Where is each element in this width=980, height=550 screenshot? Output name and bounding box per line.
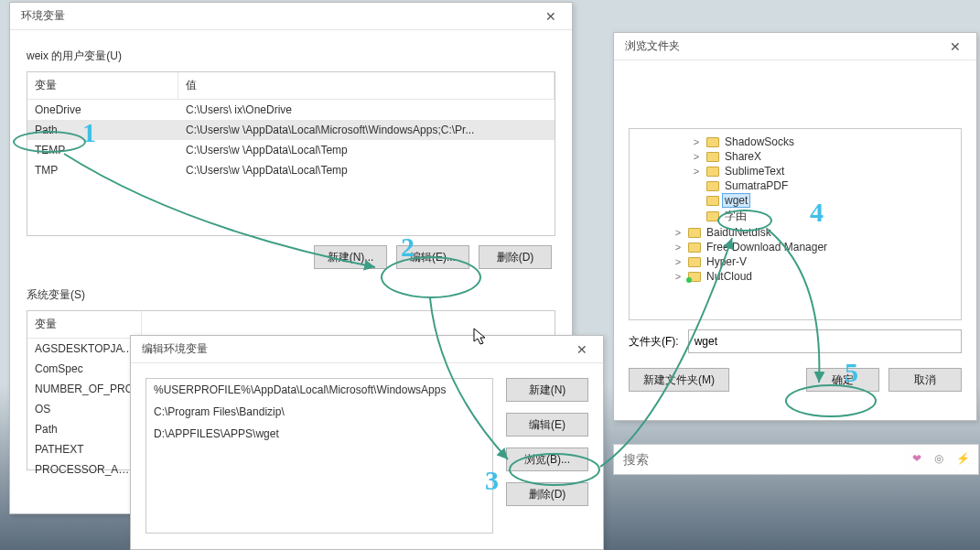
tree-label: Hyper-V <box>705 255 748 268</box>
table-row[interactable]: TMP C:\Users\w \AppData\Local\Temp <box>27 160 555 180</box>
tree-label: 字由 <box>723 209 748 224</box>
folder-tree[interactable]: >ShadowSocks >ShareX >SublimeText Sumatr… <box>629 128 962 320</box>
tree-label: Free Download Manager <box>705 241 829 253</box>
tree-item[interactable]: >Hyper-V <box>635 254 957 269</box>
delete-button[interactable]: 删除(D) <box>506 482 588 506</box>
new-button[interactable]: 新建(N)... <box>314 245 387 269</box>
target-icon[interactable]: ◎ <box>934 452 949 467</box>
tree-item[interactable]: >NutCloud <box>635 269 957 284</box>
tree-item[interactable]: 字由 <box>635 208 957 225</box>
titlebar: 环境变量 ✕ <box>10 3 572 30</box>
folder-icon <box>688 228 701 238</box>
expand-icon[interactable]: > <box>690 136 703 147</box>
table-row[interactable]: TEMP C:\Users\w \AppData\Local\Temp <box>27 140 555 160</box>
titlebar: 编辑环境变量 ✕ <box>131 336 603 363</box>
folder-icon <box>688 257 701 267</box>
list-item[interactable]: D:\APPFILES\APPS\wget <box>146 423 492 445</box>
pin-icon[interactable]: ❤ <box>912 452 927 467</box>
cell-var: Path <box>27 120 178 140</box>
tree-label: BaiduNetdisk <box>705 226 773 239</box>
close-icon[interactable]: ✕ <box>568 339 596 361</box>
dialog-title: 编辑环境变量 <box>142 341 208 357</box>
edit-env-var-dialog: 编辑环境变量 ✕ %USERPROFILE%\AppData\Local\Mic… <box>130 335 604 550</box>
dialog-title: 环境变量 <box>21 8 65 24</box>
cell-val: C:\Users\w \AppData\Local\Microsoft\Wind… <box>178 120 555 140</box>
folder-icon <box>706 196 719 206</box>
tree-item[interactable]: SumatraPDF <box>635 178 957 193</box>
list-item[interactable]: %USERPROFILE%\AppData\Local\Microsoft\Wi… <box>146 379 492 401</box>
cell-var: OneDrive <box>27 100 178 120</box>
edit-button[interactable]: 编辑(E)... <box>396 245 469 269</box>
expand-icon[interactable]: > <box>672 242 684 253</box>
tree-item[interactable]: >BaiduNetdisk <box>635 225 957 240</box>
cell-val: C:\Users\ ix\OneDrive <box>178 100 555 120</box>
cell-var: PATHEXT <box>27 439 142 459</box>
col-header-value[interactable]: 值 <box>178 72 555 99</box>
new-button[interactable]: 新建(N) <box>506 378 588 402</box>
browse-button[interactable]: 浏览(B)... <box>506 448 588 471</box>
cell-var: NUMBER_OF_PRO <box>27 379 142 399</box>
user-vars-table: 变量 值 OneDrive C:\Users\ ix\OneDrive Path… <box>27 71 555 236</box>
lightning-icon[interactable]: ⚡ <box>956 452 971 467</box>
expand-icon[interactable]: > <box>672 256 684 267</box>
cell-var: AGSDESKTOPJAVA <box>27 339 142 359</box>
folder-input[interactable] <box>688 329 962 353</box>
ok-button[interactable]: 确定 <box>806 368 879 392</box>
folder-icon <box>688 272 701 282</box>
tree-item[interactable]: wget <box>635 193 957 208</box>
col-header-variable[interactable]: 变量 <box>27 311 142 338</box>
tree-label: wget <box>723 194 749 207</box>
tree-label: SumatraPDF <box>723 179 790 192</box>
tree-label: ShadowSocks <box>723 135 796 148</box>
folder-label: 文件夹(F): <box>629 334 679 350</box>
table-header: 变量 值 <box>27 72 555 100</box>
cursor-icon <box>473 328 488 346</box>
folder-icon <box>706 211 719 221</box>
delete-button[interactable]: 删除(D) <box>479 245 552 269</box>
cell-var: OS <box>27 399 142 419</box>
folder-icon <box>706 152 719 162</box>
tree-item[interactable]: >Free Download Manager <box>635 240 957 254</box>
new-folder-button[interactable]: 新建文件夹(M) <box>629 368 729 392</box>
folder-field-row: 文件夹(F): <box>629 329 962 353</box>
expand-icon[interactable]: > <box>690 151 703 162</box>
col-header-variable[interactable]: 变量 <box>27 72 178 99</box>
cell-var: ComSpec <box>27 359 142 379</box>
folder-icon <box>706 181 719 191</box>
folder-icon <box>688 243 701 253</box>
browse-folder-dialog: 浏览文件夹 ✕ >ShadowSocks >ShareX >SublimeTex… <box>613 32 977 421</box>
cell-val: C:\Users\w \AppData\Local\Temp <box>178 160 555 180</box>
search-bar[interactable]: ❤ ◎ ⚡ <box>613 444 979 475</box>
cell-var: TEMP <box>27 140 178 160</box>
cell-var: TMP <box>27 160 178 180</box>
path-entries-list[interactable]: %USERPROFILE%\AppData\Local\Microsoft\Wi… <box>145 378 493 534</box>
tree-label: ShareX <box>723 150 763 163</box>
user-vars-label: weix 的用户变量(U) <box>27 49 555 64</box>
list-item[interactable]: C:\Program Files\Bandizip\ <box>146 401 492 423</box>
edit-button[interactable]: 编辑(E) <box>506 413 588 437</box>
tree-item[interactable]: >SublimeText <box>635 164 957 178</box>
dialog-title: 浏览文件夹 <box>625 38 680 54</box>
table-row[interactable]: OneDrive C:\Users\ ix\OneDrive <box>27 100 555 120</box>
titlebar: 浏览文件夹 ✕ <box>614 33 976 60</box>
cancel-button[interactable]: 取消 <box>888 368 962 392</box>
user-vars-buttons: 新建(N)... 编辑(E)... 删除(D) <box>27 236 555 269</box>
expand-icon[interactable]: > <box>690 166 703 177</box>
folder-icon <box>706 137 719 147</box>
tree-label: SublimeText <box>723 165 786 178</box>
cell-val: C:\Users\w \AppData\Local\Temp <box>178 140 555 160</box>
expand-icon[interactable]: > <box>672 271 684 282</box>
cell-var: PROCESSOR_ARCH <box>27 459 142 480</box>
cell-var: Path <box>27 419 142 439</box>
sys-vars-label: 系统变量(S) <box>27 287 555 303</box>
close-icon[interactable]: ✕ <box>942 36 969 58</box>
search-input[interactable] <box>621 446 905 473</box>
expand-icon[interactable]: > <box>672 227 684 238</box>
folder-icon <box>706 167 719 177</box>
table-row[interactable]: Path C:\Users\w \AppData\Local\Microsoft… <box>27 120 555 140</box>
tree-item[interactable]: >ShareX <box>635 149 957 164</box>
close-icon[interactable]: ✕ <box>537 5 565 27</box>
tree-label: NutCloud <box>705 270 754 283</box>
tree-item[interactable]: >ShadowSocks <box>635 135 957 149</box>
side-buttons: 新建(N) 编辑(E) 浏览(B)... 删除(D) <box>506 378 588 534</box>
